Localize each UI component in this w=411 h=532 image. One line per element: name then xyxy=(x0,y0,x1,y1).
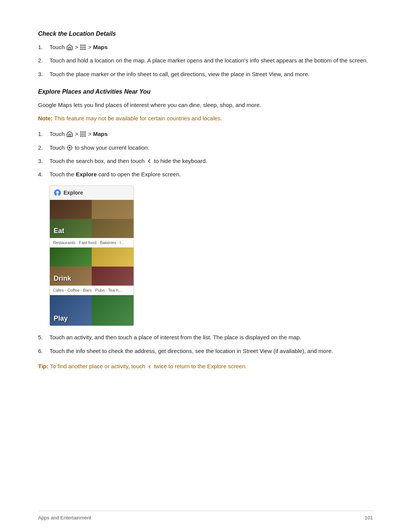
section2-body: Google Maps lets you find places of inte… xyxy=(38,101,373,110)
svg-point-25 xyxy=(56,191,59,194)
food-cell-2 xyxy=(92,200,134,219)
svg-point-19 xyxy=(69,147,70,148)
s2-step2-after: to show your current location. xyxy=(75,144,149,151)
tip-text: To find another place or activity, touch xyxy=(50,363,147,369)
eat-label: Eat xyxy=(54,227,64,235)
svg-rect-0 xyxy=(81,45,82,46)
s2-step-num-4: 4. xyxy=(38,170,49,179)
s2-arrow2: > xyxy=(88,131,93,137)
svg-rect-6 xyxy=(81,49,82,50)
play-label: Play xyxy=(54,315,68,323)
svg-rect-11 xyxy=(84,132,86,133)
s2-arrow1: > xyxy=(75,131,80,137)
location-icon xyxy=(66,144,73,151)
drink-label: Drink xyxy=(54,275,71,283)
section2-step6: 6. Touch the info sheet to check the add… xyxy=(38,347,373,355)
footer-right: 101 xyxy=(365,515,373,521)
eat-tags: Restaurants · Fast food · Bakeries · I..… xyxy=(50,238,134,248)
s2-step4-before: Touch the xyxy=(49,171,76,177)
maps-logo-icon xyxy=(54,189,61,197)
eat-card: Eat xyxy=(50,200,134,238)
section2-step5: 5. Touch an activity, and then touch a p… xyxy=(38,333,373,342)
back-icon-tip xyxy=(147,364,152,370)
section2-title: Explore Places and Activities Near You xyxy=(38,88,373,95)
s2-step3-before: Touch the search box, and then touch xyxy=(49,158,146,164)
drink-cell-1 xyxy=(50,248,92,267)
step2-content: Touch and hold a location on the map. A … xyxy=(49,56,373,65)
home-icon-2 xyxy=(66,131,73,137)
svg-rect-3 xyxy=(81,47,82,48)
section1-title: Check the Location Details xyxy=(38,30,373,37)
s2-step-num-3: 3. xyxy=(38,157,49,165)
section1-step1: 1. Touch > xyxy=(38,43,373,51)
svg-rect-1 xyxy=(83,45,84,46)
s2-step1-content: Touch > xyxy=(49,129,373,138)
arrow2: > xyxy=(88,44,93,50)
section2-step3: 3. Touch the search box, and then touch … xyxy=(38,157,373,165)
food-cell-1 xyxy=(50,200,92,219)
drink-cell-4 xyxy=(92,267,134,286)
svg-rect-8 xyxy=(84,49,86,50)
explore-mockup: Explore Eat Restaurants · Fast food · Ba… xyxy=(49,185,134,326)
svg-rect-9 xyxy=(81,132,82,133)
home-icon xyxy=(66,44,73,51)
s2-step6-content: Touch the info sheet to check the addres… xyxy=(49,347,373,355)
note-text: This feature may not be available for ce… xyxy=(54,115,222,121)
food-cell-4 xyxy=(92,219,134,238)
note-block: Note: This feature may not be available … xyxy=(38,114,373,123)
note-label: Note: xyxy=(38,115,53,121)
s2-step-num-2: 2. xyxy=(38,143,49,152)
back-icon xyxy=(146,158,152,165)
s2-step4-content: Touch the Explore card to open the Explo… xyxy=(49,170,373,179)
mockup-header-label: Explore xyxy=(64,190,83,196)
footer: Apps and Entertainment 101 xyxy=(38,511,373,521)
svg-rect-12 xyxy=(81,134,82,135)
footer-left: Apps and Entertainment xyxy=(38,515,91,521)
apps-icon-2 xyxy=(80,131,86,137)
step1-text-before: Touch xyxy=(49,44,65,50)
svg-rect-16 xyxy=(83,136,84,137)
svg-rect-17 xyxy=(84,136,86,137)
section2-step1: 1. Touch > xyxy=(38,129,373,138)
section1-step2: 2. Touch and hold a location on the map.… xyxy=(38,56,373,65)
arrow1: > xyxy=(75,44,80,50)
step1-maps-bold: Maps xyxy=(93,44,107,50)
drink-cell-2 xyxy=(92,248,134,267)
step-content: Touch > xyxy=(49,43,373,51)
mockup-header: Explore xyxy=(50,186,134,200)
s2-step4-explore-bold: Explore xyxy=(76,171,97,177)
s2-step4-after: card to open the Explore screen. xyxy=(98,171,181,177)
step-num-3: 3. xyxy=(38,70,49,78)
svg-rect-15 xyxy=(81,136,82,137)
s2-step2-content: Touch to show your current location. xyxy=(49,143,373,152)
svg-rect-7 xyxy=(83,49,84,50)
svg-rect-4 xyxy=(83,47,84,48)
s2-step3-after: to hide the keyboard. xyxy=(154,158,207,164)
s2-step-num-6: 6. xyxy=(38,347,49,355)
s2-step3-content: Touch the search box, and then touch to … xyxy=(49,157,373,165)
section2-step4: 4. Touch the Explore card to open the Ex… xyxy=(38,170,373,179)
s2-step2-before: Touch xyxy=(49,144,66,151)
svg-rect-14 xyxy=(84,134,86,135)
tip-label: Tip: xyxy=(38,363,48,369)
step-num-2: 2. xyxy=(38,56,49,65)
drink-tags: Cafes · Coffee · Bars · Pubs · Tea h... xyxy=(50,286,134,295)
drink-card: Drink xyxy=(50,248,134,286)
tip-text2: twice to return to the Explore screen. xyxy=(154,363,247,369)
step3-content: Touch the place marker or the info sheet… xyxy=(49,70,373,78)
section1-step3: 3. Touch the place marker or the info sh… xyxy=(38,70,373,78)
svg-rect-10 xyxy=(83,132,84,133)
apps-icon xyxy=(80,44,86,51)
play-cell-2 xyxy=(92,295,134,326)
s2-step1-maps-bold: Maps xyxy=(93,131,107,137)
svg-rect-13 xyxy=(83,134,84,135)
section2-step2: 2. Touch to show your current location. xyxy=(38,143,373,152)
tip-block: Tip: To find another place or activity, … xyxy=(38,362,373,371)
s2-step-num-1: 1. xyxy=(38,129,49,138)
svg-rect-2 xyxy=(84,45,86,46)
s2-step1-before: Touch xyxy=(49,131,65,137)
s2-step-num-5: 5. xyxy=(38,333,49,342)
s2-step5-content: Touch an activity, and then touch a plac… xyxy=(49,333,373,342)
play-card: Play xyxy=(50,295,134,326)
step-num: 1. xyxy=(38,43,49,51)
